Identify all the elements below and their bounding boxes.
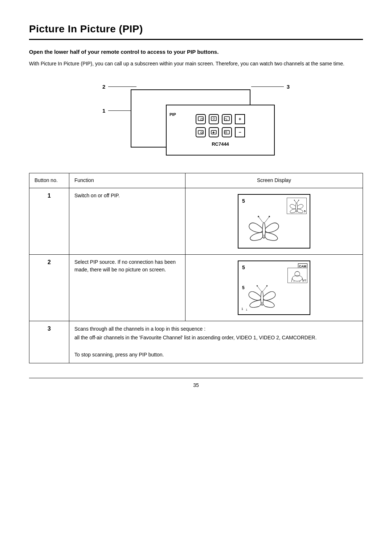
v1-label: 1 [241, 307, 243, 311]
remote-outer: PIP [131, 89, 250, 148]
svg-point-25 [266, 285, 268, 287]
svg-point-13 [258, 216, 259, 217]
page-title: Picture In Picture (PIP) [29, 22, 363, 36]
svg-text:1: 1 [246, 308, 248, 311]
button-row-1: + [196, 114, 245, 124]
table-header-row: Button no. Function Screen Display [29, 173, 363, 188]
pip-table: Button no. Function Screen Display 1 Swi… [29, 173, 363, 363]
svg-line-29 [291, 278, 292, 282]
intro-text: With Picture In Picture (PIP), you can c… [29, 60, 363, 68]
col-button-no-header: Button no. [29, 173, 69, 188]
svg-point-27 [292, 275, 302, 281]
line-3 [251, 86, 284, 87]
subtitle: Open the lower half of your remote contr… [29, 48, 363, 56]
screen-display-2: 5 1 [185, 254, 363, 321]
pip-inset-1: 5 [287, 198, 307, 214]
svg-rect-7 [201, 132, 203, 133]
btn-pip-source [209, 114, 219, 124]
svg-point-15 [269, 216, 270, 217]
svg-point-23 [257, 285, 258, 287]
svg-rect-1 [201, 118, 203, 120]
btn-minus: − [235, 127, 245, 137]
cam-inset: V2 [287, 268, 307, 283]
col-screen-display-header: Screen Display [185, 173, 363, 188]
svg-point-3 [213, 118, 215, 120]
screen-2-number: 5 [242, 264, 245, 271]
callout-1: 1 [102, 107, 105, 114]
butterfly-main2-svg: 1 [242, 279, 282, 311]
diagram-area: 2 3 1 PIP [29, 78, 363, 155]
svg-line-24 [263, 286, 267, 291]
svg-point-20 [298, 200, 299, 201]
screen-1-number: 5 [242, 198, 245, 205]
page-footer: 35 [29, 378, 363, 389]
btn-pip-on [196, 114, 206, 124]
callout-2: 2 [102, 83, 105, 90]
table-row: 1 Switch on or off PIP. 5 [29, 188, 363, 254]
button-no-1: 1 [29, 188, 69, 254]
butterfly-main-svg [242, 209, 286, 245]
svg-line-22 [257, 286, 261, 291]
svg-line-12 [258, 217, 263, 222]
svg-rect-10 [225, 132, 227, 133]
svg-rect-2 [211, 117, 216, 121]
diagram-wrapper: 2 3 1 PIP [102, 78, 290, 155]
svg-point-18 [294, 200, 295, 201]
btn-swap [209, 127, 219, 137]
remote-inner: PIP [166, 105, 275, 156]
svg-line-30 [294, 281, 294, 282]
rc-model-label: RC7444 [212, 141, 229, 148]
butterfly-pip-svg [287, 198, 306, 214]
screen-1: 5 [238, 194, 310, 249]
button-row-2: − [196, 127, 245, 137]
screen2-5-label: 5 [242, 285, 245, 291]
title-divider [29, 39, 363, 40]
btn-plus: + [235, 114, 245, 124]
col-function-header: Function [69, 173, 185, 188]
function-2: Select PIP source. If no connection has … [69, 254, 185, 321]
pip-label: PIP [170, 112, 176, 117]
line-2 [108, 86, 136, 87]
svg-line-14 [265, 217, 269, 222]
btn-scan [196, 127, 206, 137]
btn-pip-move [222, 114, 232, 124]
svg-line-19 [297, 200, 299, 203]
button-no-2: 2 [29, 254, 69, 321]
v2-label: V2 [303, 278, 306, 282]
table-row: 3 Scans through all the channels in a lo… [29, 321, 363, 363]
btn-pip2 [222, 127, 232, 137]
function-1: Switch on or off PIP. [69, 188, 185, 254]
line-1 [108, 110, 131, 111]
screen-display-1: 5 [185, 188, 363, 254]
callout-3: 3 [287, 83, 290, 90]
function-3: Scans through all the channels in a loop… [69, 321, 363, 363]
page-number: 35 [193, 382, 199, 388]
table-row: 2 Select PIP source. If no connection ha… [29, 254, 363, 321]
button-no-3: 3 [29, 321, 69, 363]
pip-small-number: 5 [304, 209, 306, 213]
screen-2: 5 1 [238, 261, 310, 315]
svg-line-17 [294, 200, 296, 203]
